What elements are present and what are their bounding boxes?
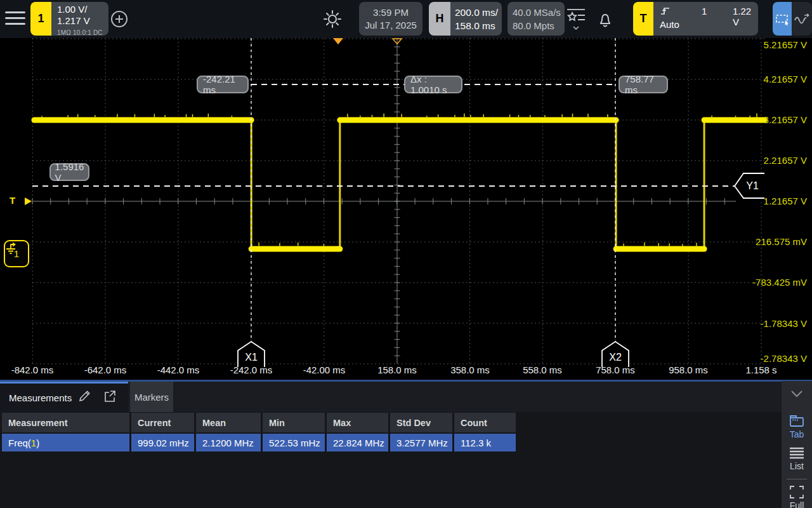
y-axis-label: 1.21657 V [747, 195, 807, 208]
results-tabbar: Measurements Markers [0, 382, 782, 412]
horizontal-badge[interactable]: H [429, 2, 450, 36]
edit-pencil-icon[interactable] [77, 389, 91, 403]
acquisition-panel[interactable]: 40.0 MSa/s 80.0 Mpts [508, 2, 565, 36]
clock-date: Jul 17, 2025 [365, 19, 417, 32]
horizontal-delay: 158.0 ms [455, 19, 502, 32]
channel-1-ground-marker[interactable]: 1 [4, 240, 29, 267]
trigger-panel[interactable]: 1 1.22 V Auto [653, 2, 758, 36]
wave-arrow-icon [794, 12, 810, 26]
trigger-level-arrow-icon[interactable] [25, 197, 32, 205]
table-header-row: Measurement Current Mean Min Max Std Dev… [2, 413, 516, 432]
rectangle-select-tool-button[interactable] [773, 2, 792, 36]
view-list-button[interactable]: List [782, 446, 812, 471]
channel-1-button[interactable]: 1 [30, 2, 51, 36]
channel-impedance: 1MΩ [57, 29, 71, 36]
measurement-name: Freq(1) [2, 434, 129, 451]
x-axis-label: -442.0 ms [150, 364, 207, 377]
x-axis-label: 558.0 ms [514, 364, 571, 377]
add-channel-icon[interactable] [110, 10, 128, 28]
col-header: Max [327, 413, 388, 432]
y1-flag-label: Y1 [743, 180, 761, 192]
y-axis-label: 216.575 mV [747, 236, 807, 248]
col-header: Measurement [2, 413, 129, 432]
x2-flag-label: X2 [602, 352, 629, 363]
channel-offset: 1.217 V [57, 15, 108, 27]
list-view-icon [789, 446, 805, 460]
x-axis-label: -242.0 ms [223, 364, 280, 377]
trigger-time-marker-icon[interactable] [333, 38, 343, 44]
fullscreen-icon [789, 485, 804, 499]
x-axis-label: 1.158 s [733, 364, 790, 377]
trigger-level-marker[interactable]: T [10, 195, 15, 206]
x2-cursor-readout: 758.77 ms [619, 76, 668, 93]
delta-x-readout: Δx : 1.0010 s [404, 76, 462, 93]
x-axis-label: -642.0 ms [77, 364, 134, 377]
trigger-badge: T [640, 12, 647, 25]
edge-trigger-icon [660, 6, 671, 16]
measurement-stddev: 3.2577 MHz [390, 434, 452, 451]
y-axis-label: -1.78343 V [747, 318, 807, 330]
sidebar-divider [787, 479, 807, 479]
notifications-bell-icon[interactable] [594, 8, 617, 30]
col-header: Min [263, 413, 325, 432]
measurement-current: 999.02 mHz [131, 434, 194, 451]
table-row[interactable]: Freq(1) 999.02 mHz 2.1200 MHz 522.53 mHz… [2, 434, 516, 451]
clock-time: 3:59 PM [373, 6, 409, 19]
col-header: Current [131, 413, 194, 432]
panel-view-sidebar: Tab List Full [782, 381, 812, 508]
channel-1-badge: 1 [37, 12, 44, 25]
measurement-mean: 2.1200 MHz [196, 434, 261, 451]
measurement-min: 522.53 mHz [263, 434, 325, 451]
dashed-rectangle-icon [775, 12, 790, 26]
trigger-level: 1.22 V [733, 6, 755, 27]
y1-cursor-readout: 1.5916 V [49, 163, 89, 181]
y-axis-label: 2.21657 V [747, 154, 807, 167]
waveform-display[interactable]: 5.21657 V 4.21657 V 3.21657 V 2.21657 V … [0, 38, 812, 381]
x-axis-label: -42.00 ms [296, 364, 353, 377]
y-axis-label: -783.425 mV [747, 276, 807, 289]
chevron-down-icon [789, 389, 805, 399]
y-axis-label: -2.78343 V [747, 352, 807, 365]
channel-1-info-panel[interactable]: 1.00 V/ 1.217 V 1MΩ 10.0:1 DC [51, 2, 108, 36]
y-axis-label: 4.21657 V [747, 73, 807, 86]
x-axis-label: 158.0 ms [369, 364, 426, 377]
x1-cursor-readout: -242.21 ms [197, 76, 249, 93]
trigger-source: 1 [702, 6, 707, 17]
horizontal-panel[interactable]: 200.0 ms/ 158.0 ms [450, 2, 502, 36]
col-header: Mean [196, 413, 261, 432]
collapse-panel-button[interactable] [782, 389, 812, 399]
x-axis-label: 758.0 ms [587, 364, 644, 377]
y-axis-label: 3.21657 V [747, 114, 807, 126]
channel-coupling: DC [93, 29, 103, 36]
trigger-mode: Auto [660, 19, 679, 30]
view-tab-button[interactable]: Tab [782, 413, 812, 439]
col-header: Std Dev [390, 413, 452, 432]
open-external-icon[interactable] [103, 389, 117, 403]
channel-scale: 1.00 V/ [57, 4, 108, 15]
measurement-count: 112.3 k [454, 434, 516, 451]
clock-panel[interactable]: 3:59 PM Jul 17, 2025 [359, 2, 422, 36]
brightness-icon[interactable] [321, 8, 344, 30]
tab-markers[interactable]: Markers [130, 382, 173, 412]
trigger-button[interactable]: T [633, 2, 653, 36]
menu-icon[interactable] [5, 11, 25, 27]
results-panel: Measurements Markers Measurement Current… [0, 382, 812, 508]
x1-flag-label: X1 [238, 352, 265, 363]
x-axis-label: 958.0 ms [660, 364, 717, 377]
col-header: Count [454, 413, 516, 432]
sample-rate: 40.0 MSa/s [513, 6, 565, 19]
measurements-table: Measurement Current Mean Min Max Std Dev… [2, 413, 516, 453]
x-axis-label: 358.0 ms [442, 364, 499, 377]
ground-symbol-icon [5, 241, 18, 255]
horizontal-scale: 200.0 ms/ [455, 6, 502, 19]
oscilloscope-screen: 1 1.00 V/ 1.217 V 1MΩ 10.0:1 DC 3:59 PM … [0, 0, 812, 508]
y-axis-label: 5.21657 V [747, 39, 807, 51]
measurement-max: 22.824 MHz [327, 434, 388, 451]
x-axis-label: -842.0 ms [4, 364, 61, 377]
favorites-list-icon[interactable] [565, 5, 587, 33]
top-toolbar: 1 1.00 V/ 1.217 V 1MΩ 10.0:1 DC 3:59 PM … [0, 0, 812, 38]
waveform-drag-tool-button[interactable] [792, 2, 812, 36]
memory-depth: 80.0 Mpts [513, 19, 565, 32]
tab-view-icon [789, 413, 805, 428]
view-full-button[interactable]: Full [782, 485, 812, 508]
